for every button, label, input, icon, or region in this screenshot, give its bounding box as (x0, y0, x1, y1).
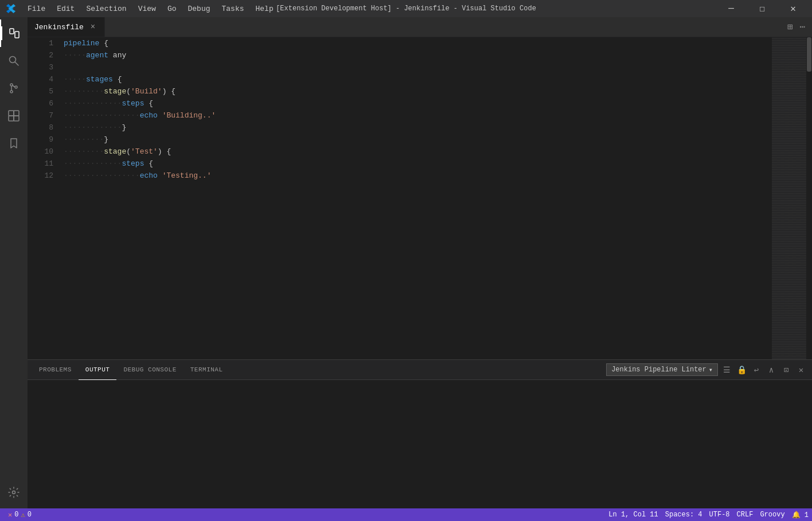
status-position[interactable]: Ln 1, Col 11 (605, 508, 661, 521)
titlebar-left: File Edit Selection View Go Debug Tasks … (6, 3, 278, 14)
code-line-10: ········· stage ( 'Test' ) { (64, 146, 772, 158)
status-notifications[interactable]: 🔔 1 (788, 508, 812, 521)
menu-go[interactable]: Go (163, 3, 181, 14)
token-stage-fn2: stage (104, 146, 126, 158)
panel-tab-output[interactable]: OUTPUT (79, 360, 117, 380)
activity-explorer[interactable] (0, 19, 28, 47)
activity-source-control[interactable] (0, 75, 28, 102)
code-content[interactable]: pipeline { ····· agent any ····· stag (59, 37, 772, 359)
token-test-str: 'Test' (131, 146, 158, 158)
token-steps2: steps (122, 158, 144, 170)
menu-file[interactable]: File (23, 3, 50, 14)
status-encoding[interactable]: UTF-8 (706, 508, 733, 521)
activity-extensions[interactable] (0, 102, 28, 130)
status-line-ending[interactable]: CRLF (733, 508, 757, 521)
spaces-text: Spaces: 4 (665, 511, 702, 519)
split-editor-icon[interactable]: ⊞ (785, 20, 795, 34)
window-controls: — ☐ ✕ (718, 0, 806, 17)
token-building-str: 'Building..' (162, 109, 216, 122)
token-echo1: echo (140, 109, 158, 122)
settings-icon (7, 486, 20, 499)
token-space1 (158, 109, 162, 122)
line-num-1: 1 (28, 37, 53, 49)
panel-content (28, 380, 812, 508)
svg-point-2 (10, 57, 16, 63)
editor-area: Jenkinsfile × ⊞ ⋯ 1 2 3 4 5 6 7 (28, 17, 812, 359)
line-num-6: 6 (28, 97, 53, 109)
warning-icon: ⚠ (21, 511, 25, 519)
menu-tasks[interactable]: Tasks (217, 3, 249, 14)
token-rparen-brace2: ) { (158, 146, 171, 158)
tab-jenkinsfile[interactable]: Jenkinsfile × (28, 17, 105, 37)
line-numbers: 1 2 3 4 5 6 7 8 9 10 11 12 (28, 37, 59, 359)
content-area: Jenkinsfile × ⊞ ⋯ 1 2 3 4 5 6 7 (28, 17, 812, 508)
lock-output-button[interactable]: 🔒 (735, 363, 748, 376)
menu-edit[interactable]: Edit (52, 3, 79, 14)
menu-help[interactable]: Help (251, 3, 278, 14)
dropdown-chevron-icon: ▾ (709, 366, 713, 374)
svg-rect-1 (15, 32, 19, 38)
menu-debug[interactable]: Debug (183, 3, 214, 14)
activity-search[interactable] (0, 47, 28, 75)
token-stages-brace: { (113, 73, 122, 85)
maximize-button[interactable]: ☐ (749, 0, 775, 17)
status-spaces[interactable]: Spaces: 4 (662, 508, 706, 521)
restore-panel-button[interactable]: ⊡ (780, 363, 793, 376)
search-icon (7, 54, 20, 67)
token-brace1: { (99, 37, 108, 49)
minimize-button[interactable]: — (718, 0, 744, 17)
token-steps2-brace: { (144, 158, 153, 170)
activity-settings[interactable] (0, 479, 28, 506)
wrap-lines-button[interactable]: ↩ (750, 363, 763, 376)
minimap (772, 37, 806, 359)
token-rparen-brace: ) { (162, 85, 175, 97)
status-errors[interactable]: ✕ 0 ⚠ 0 (5, 508, 35, 521)
language-text: Groovy (760, 511, 784, 519)
editor-scrollbar[interactable] (806, 37, 812, 359)
close-button[interactable]: ✕ (780, 0, 806, 17)
token-stage-fn: stage (104, 85, 126, 97)
menu-selection[interactable]: Selection (81, 3, 131, 14)
token-steps1: steps (122, 97, 144, 109)
svg-point-6 (15, 86, 17, 88)
position-text: Ln 1, Col 11 (608, 511, 658, 519)
line-num-3: 3 (28, 61, 53, 73)
code-line-3 (64, 61, 772, 73)
source-control-icon (7, 82, 20, 95)
line-num-4: 4 (28, 73, 53, 85)
extensions-icon (7, 109, 20, 122)
move-panel-up-icon[interactable]: ∧ (765, 363, 778, 376)
token-testing-str: 'Testing..' (162, 170, 212, 182)
panel-tab-problems[interactable]: PROBLEMS (32, 360, 79, 380)
code-line-12: ················· echo 'Testing..' (64, 170, 772, 182)
scrollbar-thumb[interactable] (807, 37, 811, 72)
svg-rect-9 (9, 116, 14, 121)
more-actions-icon[interactable]: ⋯ (797, 20, 807, 34)
warning-count: 0 (28, 511, 32, 519)
status-bar: ✕ 0 ⚠ 0 Ln 1, Col 11 Spaces: 4 UTF-8 CRL… (0, 508, 812, 521)
menu-view[interactable]: View (134, 3, 161, 14)
code-line-8: ············· } (64, 122, 772, 134)
main-layout: Jenkinsfile × ⊞ ⋯ 1 2 3 4 5 6 7 (0, 17, 812, 508)
output-source-dropdown[interactable]: Jenkins Pipeline Linter ▾ (606, 363, 718, 376)
activity-bookmarks[interactable] (0, 130, 28, 157)
line-num-5: 5 (28, 85, 53, 97)
dropdown-label: Jenkins Pipeline Linter (611, 366, 706, 374)
tab-bar: Jenkinsfile × ⊞ ⋯ (28, 17, 812, 37)
panel-tab-debug-console[interactable]: DEBUG CONSOLE (116, 360, 183, 380)
minimap-content (772, 37, 806, 359)
token-space2 (158, 170, 162, 182)
error-icon: ✕ (8, 511, 12, 519)
line-num-8: 8 (28, 122, 53, 134)
panel-tab-terminal[interactable]: TERMINAL (184, 360, 230, 380)
svg-rect-12 (14, 111, 19, 116)
titlebar: File Edit Selection View Go Debug Tasks … (0, 0, 812, 17)
close-panel-button[interactable]: ✕ (795, 363, 807, 376)
tab-close-button[interactable]: × (88, 22, 97, 32)
token-echo2: echo (140, 170, 158, 182)
status-language[interactable]: Groovy (756, 508, 788, 521)
encoding-text: UTF-8 (709, 511, 730, 519)
code-editor[interactable]: 1 2 3 4 5 6 7 8 9 10 11 12 p (28, 37, 812, 359)
clear-output-button[interactable]: ☰ (720, 363, 733, 376)
panel-tab-bar: PROBLEMS OUTPUT DEBUG CONSOLE TERMINAL J… (28, 360, 812, 380)
